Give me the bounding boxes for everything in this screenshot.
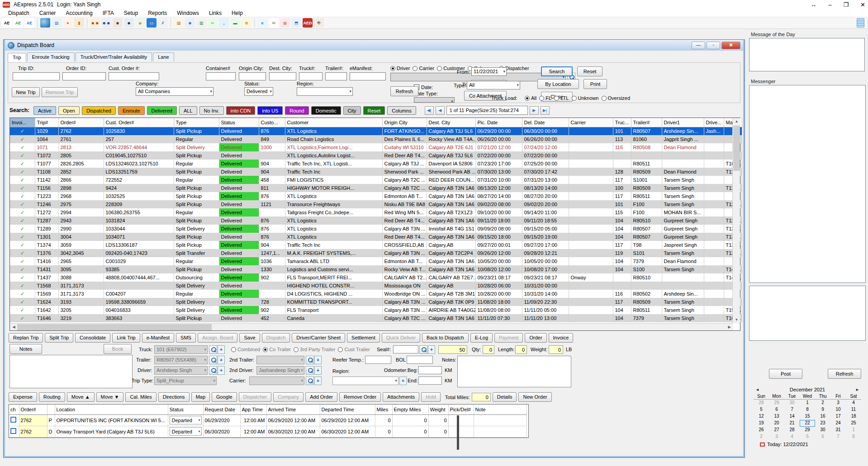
cell-pic-date[interactable]: 09/23/21 08:17 <box>475 273 522 282</box>
cell-customer[interactable]: Traffic Tech Inc, XTL Logisti... <box>285 160 382 168</box>
cell-trip#[interactable]: T1108 <box>35 168 58 176</box>
cell-pic-date[interactable]: 10/05/20 00:00 <box>475 257 522 265</box>
calendar-day[interactable]: 24 <box>830 420 846 427</box>
table-row[interactable]: ✓T130130041034071Split PickupDelivered87… <box>10 233 742 241</box>
odometer-end-input[interactable] <box>418 377 442 385</box>
cell-status[interactable]: Delivered <box>219 298 259 306</box>
book-button[interactable]: Book <box>104 344 132 354</box>
cell-order#[interactable]: 3219 <box>58 314 104 322</box>
cell-customer[interactable]: D4 LOGISTICS, HIGHEND ... <box>285 290 382 298</box>
cell-order#[interactable]: 3095 <box>58 265 104 273</box>
cell-trailer#[interactable]: R80507 <box>631 225 662 233</box>
cell-custo-[interactable]: 904 <box>259 168 285 176</box>
cell-origin-city[interactable]: Calgary AB T3N ... <box>382 249 427 257</box>
cell-status[interactable]: Delivered <box>219 176 259 184</box>
cell-order#[interactable]: 2866 <box>58 176 104 184</box>
cell-carrier[interactable] <box>569 200 613 208</box>
cell-trip#[interactable]: T1646 <box>35 314 58 322</box>
cell-drive-[interactable] <box>704 184 724 192</box>
cell-dest-city[interactable]: Calgary AB T3N 1A6 <box>427 184 475 192</box>
cell-carrier[interactable] <box>569 151 613 160</box>
cell-request-date[interactable]: 06/30/2020 <box>203 426 240 437</box>
table-row[interactable]: ✓10712813VOR-22857,48644Split DeliveryDe… <box>10 143 742 151</box>
cell-carrier[interactable] <box>569 265 613 273</box>
date-type-select[interactable] <box>414 97 455 103</box>
cell-trip#[interactable]: 1071 <box>35 143 58 151</box>
cell-app-time[interactable]: 12:00 AM <box>240 414 266 426</box>
cell-status[interactable]: Delivered <box>219 151 259 160</box>
cell-customer[interactable]: Traffic Tech Inc <box>285 168 382 176</box>
cell-carrier[interactable] <box>569 184 613 192</box>
drivers-icon[interactable]: ☻☻ <box>101 18 111 28</box>
cell-truc-[interactable]: 117 <box>613 192 631 200</box>
cell-truc-[interactable]: 104 <box>613 306 631 314</box>
table-row[interactable]: ✓T12722994106380,263755RegularDeliveredT… <box>10 208 742 217</box>
cell-trip#[interactable]: T1568 <box>35 282 58 290</box>
cell-dest-city[interactable]: Calgary AB T3N 1A6 <box>427 217 475 225</box>
column-header-origin-city[interactable]: Origin City <box>382 118 427 127</box>
cell-origin-city[interactable]: Woodbridge ON ... <box>382 290 427 298</box>
table-row[interactable]: ✓T1437308848808,004007444,467...Outsourc… <box>10 273 742 282</box>
journal-icon[interactable] <box>857 18 864 28</box>
calendar-day[interactable]: 23 <box>815 420 830 427</box>
calendar-day[interactable]: 1 <box>800 400 815 406</box>
horizontal-scroll-thumb[interactable] <box>17 324 212 330</box>
page-first-button[interactable]: ◀| <box>425 106 434 115</box>
cell-customer[interactable]: Logistics and Customs servi... <box>285 265 382 273</box>
trailer-select[interactable]: R80507 (5SX488) <box>154 356 208 364</box>
calendar-day[interactable]: 12 <box>754 413 769 420</box>
cell-truc-[interactable]: 119 <box>613 249 631 257</box>
cell-del-date[interactable]: 08/13/20 14:00 <box>522 184 569 192</box>
cell-dest-city[interactable]: Calgary AB T2E 6J1 <box>427 143 475 151</box>
cell-origin-city[interactable]: Sherwood Park ... <box>382 168 427 176</box>
stops-header-location[interactable]: Location <box>55 405 168 414</box>
cell-type[interactable]: Split Delivery <box>174 298 219 306</box>
cal-miles-button[interactable]: Cal. Miles <box>125 392 156 402</box>
calendar-day[interactable]: 27 <box>769 427 784 433</box>
cell-trip#[interactable]: 1029 <box>35 127 58 135</box>
cell-type[interactable]: Split Pickup <box>174 200 219 208</box>
order-button[interactable]: Order <box>525 333 546 343</box>
tab-trip[interactable]: Trip <box>8 53 26 62</box>
cell-customer[interactable]: XTL Logistics <box>285 192 382 200</box>
cell-custo-[interactable] <box>259 282 285 290</box>
horizontal-scrollbar[interactable]: ◀ ▶ <box>10 323 733 330</box>
cell-pic-date[interactable]: 06/29/20 00:00 <box>475 127 522 135</box>
quick-deliver-button[interactable]: Quick Deliver <box>382 333 420 343</box>
cell-order#[interactable]: 2994 <box>58 208 104 217</box>
cell-customer[interactable]: KOMMITTED TRANSPORT... <box>285 298 382 306</box>
table-row[interactable]: ✓T11422866722552RegularDelivered458FMI L… <box>10 176 742 184</box>
cell-location[interactable]: Onway Transport Yard (Calgary AB T3J 5L6… <box>55 426 168 437</box>
cell-dest-city[interactable]: Calgary AB T3J 5L6 <box>427 151 475 160</box>
cell-order#[interactable]: 2826,2805 <box>58 160 104 168</box>
cell-type[interactable]: Regular <box>174 257 219 265</box>
trailer2-select[interactable] <box>256 356 304 364</box>
cell-custo-[interactable]: 1036 <box>259 257 285 265</box>
cell-driver1[interactable] <box>662 273 704 282</box>
stops-header-arrived-time[interactable]: Arrived Time <box>266 405 320 414</box>
cell-type[interactable]: Regular <box>174 135 219 143</box>
cell-origin-city[interactable]: Calgary AB T2C ... <box>382 314 427 322</box>
cell-truc-[interactable]: 117 <box>613 176 631 184</box>
cell-custo-[interactable]: 728 <box>259 298 285 306</box>
stops-header-pd[interactable] <box>47 405 55 414</box>
cell-custo-[interactable]: 811 <box>259 184 285 192</box>
cell-trip#[interactable]: T1624 <box>35 298 58 306</box>
cell-departed-time[interactable]: 06/29/2020 12:00 AM <box>320 414 375 426</box>
cell-cust-order#[interactable]: 93385 <box>104 265 174 273</box>
cell-del-date[interactable]: 07/30/20 17:42 <box>522 168 569 176</box>
cell-type[interactable]: Split Pickup <box>174 151 219 160</box>
scroll-right-icon[interactable]: ▶ <box>726 324 733 330</box>
wallet-icon[interactable]: ▮ <box>74 18 84 28</box>
cell-customer[interactable]: XTL Logistics <box>285 217 382 225</box>
truck-num-input[interactable] <box>299 72 323 80</box>
menu-item-ifta[interactable]: IFTA <box>98 9 119 17</box>
cell-trailer#[interactable]: S1001 <box>631 176 662 184</box>
hold-button[interactable]: Hold <box>421 392 441 402</box>
cell-del-date[interactable]: 11/09/20 22:30 <box>522 298 569 306</box>
cell-customer[interactable]: FLS Transport,MERIT FREI... <box>285 273 382 282</box>
exit-icon[interactable]: ⎆ <box>314 18 324 28</box>
cell-trailer#[interactable]: R80502 <box>631 290 662 298</box>
calendar-day[interactable]: 30 <box>815 427 830 433</box>
order-notes-textarea[interactable] <box>457 356 571 387</box>
